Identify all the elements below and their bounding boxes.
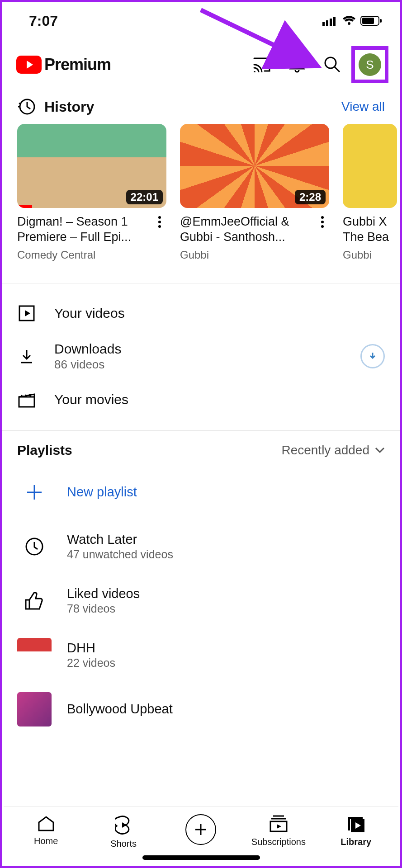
video-channel: Gubbi — [343, 249, 397, 261]
library-shortcuts: Your videos Downloads 86 videos Your mov… — [2, 283, 400, 422]
play-box-icon — [17, 305, 36, 321]
tab-create[interactable] — [167, 815, 235, 845]
tab-library[interactable]: Library — [322, 815, 390, 847]
history-item[interactable]: 22:01 Digman! – Season 1 Premiere – Full… — [17, 124, 166, 261]
account-button-highlight: S — [351, 46, 388, 83]
history-icon — [17, 98, 35, 116]
shorts-icon — [115, 815, 132, 835]
video-duration: 2:28 — [295, 190, 326, 204]
playlist-thumbnail — [17, 692, 52, 726]
tab-label: Subscriptions — [251, 837, 306, 847]
svg-rect-18 — [19, 397, 34, 407]
clapperboard-icon — [17, 392, 36, 408]
history-view-all-link[interactable]: View all — [341, 99, 385, 114]
youtube-play-icon — [16, 56, 42, 74]
playlist-title: DHH — [67, 641, 385, 656]
app-header: Premium 7 S — [2, 40, 400, 94]
row-subtitle: 86 videos — [54, 358, 342, 372]
svg-point-7 — [254, 71, 255, 72]
tab-subscriptions[interactable]: Subscriptions — [245, 815, 312, 847]
playlist-title: Bollywood Upbeat — [67, 702, 385, 717]
clock-icon — [17, 529, 52, 564]
video-thumbnail[interactable]: 22:01 — [17, 124, 166, 208]
history-item[interactable]: Gubbi X The Bea Gubbi — [343, 124, 397, 261]
svg-point-16 — [321, 225, 324, 228]
video-title: Gubbi X The Bea — [343, 214, 397, 245]
new-playlist-label: New playlist — [67, 485, 385, 500]
playlists-title: Playlists — [17, 443, 72, 458]
your-videos-row[interactable]: Your videos — [17, 295, 385, 331]
history-title: History — [44, 99, 94, 115]
playlist-row[interactable]: DHH 22 videos — [17, 628, 385, 682]
tab-label: Shorts — [110, 839, 137, 849]
home-indicator — [142, 855, 260, 860]
tab-shorts[interactable]: Shorts — [90, 815, 157, 849]
svg-rect-0 — [322, 22, 325, 26]
search-button[interactable] — [316, 51, 349, 78]
playlist-subtitle: 22 videos — [67, 656, 385, 670]
svg-rect-3 — [333, 17, 336, 26]
row-label: Your videos — [54, 306, 385, 321]
wifi-icon — [342, 16, 356, 26]
svg-point-11 — [158, 216, 161, 219]
playlist-row[interactable]: Bollywood Upbeat — [17, 682, 385, 736]
tab-home[interactable]: Home — [12, 815, 80, 846]
create-fab[interactable] — [185, 814, 216, 845]
row-label: Your movies — [54, 392, 385, 407]
playlist-subtitle: 47 unwatched videos — [67, 548, 385, 561]
video-thumbnail[interactable]: 2:28 — [180, 124, 329, 208]
status-bar: 7:07 — [2, 2, 400, 40]
svg-rect-2 — [330, 19, 332, 26]
download-status-icon — [360, 344, 385, 368]
status-time: 7:07 — [29, 13, 58, 29]
plus-icon — [194, 822, 208, 837]
playlists-sort-button[interactable]: Recently added — [281, 443, 385, 458]
playlist-row-watch-later[interactable]: Watch Later 47 unwatched videos — [17, 519, 385, 574]
plus-icon — [17, 475, 52, 509]
video-more-button[interactable] — [316, 214, 329, 228]
video-channel: Comedy Central — [17, 249, 150, 261]
playlist-title: Liked videos — [67, 586, 385, 601]
svg-rect-6 — [380, 19, 382, 23]
cast-button[interactable] — [246, 51, 278, 78]
premium-text: Premium — [44, 55, 111, 74]
video-title: @EmmJeeOfficial & Gubbi - Santhosh... — [180, 214, 313, 245]
svg-point-12 — [158, 221, 161, 223]
playlist-row-liked[interactable]: Liked videos 78 videos — [17, 574, 385, 628]
account-avatar-button[interactable]: S — [359, 53, 381, 76]
more-vertical-icon — [158, 216, 161, 228]
svg-point-8 — [325, 57, 336, 68]
thumb-up-icon — [17, 584, 52, 618]
history-list[interactable]: 22:01 Digman! – Season 1 Premiere – Full… — [2, 124, 400, 275]
sort-label: Recently added — [281, 443, 369, 458]
battery-icon — [360, 16, 382, 26]
video-more-button[interactable] — [153, 214, 166, 228]
cast-icon — [253, 57, 271, 72]
watch-progress — [17, 205, 32, 208]
video-title: Digman! – Season 1 Premiere – Full Epi..… — [17, 214, 150, 245]
chevron-down-icon — [375, 447, 385, 453]
download-icon — [17, 348, 36, 364]
video-thumbnail[interactable] — [343, 124, 397, 208]
notifications-button[interactable]: 7 — [281, 51, 313, 78]
svg-rect-5 — [362, 18, 374, 24]
tab-label: Library — [341, 837, 371, 847]
youtube-premium-logo[interactable]: Premium — [16, 55, 111, 74]
svg-line-9 — [335, 67, 340, 72]
playlist-subtitle: 78 videos — [67, 602, 385, 615]
video-duration: 22:01 — [126, 190, 163, 204]
notification-badge: 7 — [296, 50, 311, 65]
svg-point-15 — [321, 221, 324, 223]
your-movies-row[interactable]: Your movies — [17, 382, 385, 418]
svg-point-14 — [321, 216, 324, 219]
downloads-row[interactable]: Downloads 86 videos — [17, 331, 385, 382]
svg-point-13 — [158, 225, 161, 228]
tab-label: Home — [34, 836, 58, 846]
history-header: History View all — [2, 94, 400, 124]
avatar-initial: S — [366, 58, 374, 72]
home-icon — [37, 815, 55, 832]
history-item[interactable]: 2:28 @EmmJeeOfficial & Gubbi - Santhosh.… — [180, 124, 329, 261]
new-playlist-button[interactable]: New playlist — [17, 465, 385, 519]
search-icon — [323, 56, 341, 74]
playlist-title: Watch Later — [67, 532, 385, 547]
